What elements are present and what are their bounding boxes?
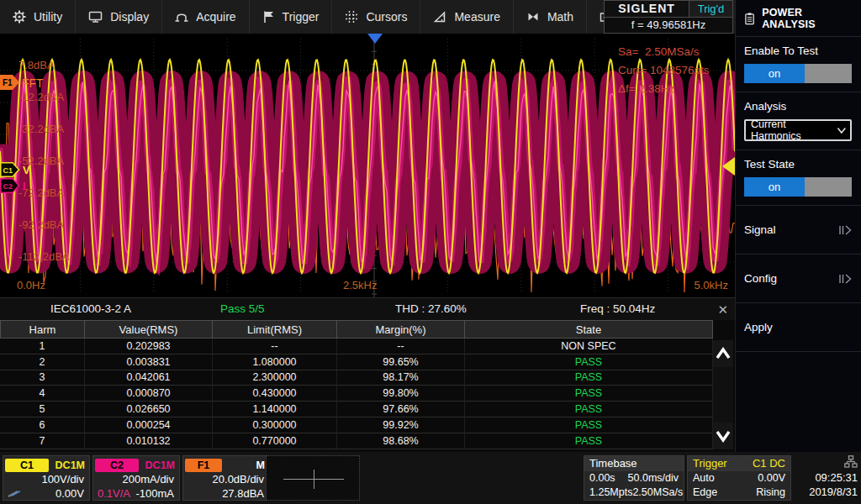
enable-to-test-section: Enable To Test on: [736, 37, 861, 92]
monitor-icon: [88, 10, 103, 24]
apply-menu-item[interactable]: Apply: [736, 303, 861, 352]
menu-acquire[interactable]: Acquire: [162, 0, 249, 34]
enable-to-test-toggle[interactable]: on: [744, 64, 852, 83]
x-axis-label-center: 2.5kHz: [343, 279, 377, 291]
close-icon[interactable]: ✕: [717, 302, 728, 318]
table-cell: --: [337, 339, 465, 354]
empty-channel-slot[interactable]: [266, 455, 360, 501]
table-row: 50.0266501.14000097.66%PASS: [0, 402, 713, 417]
channel-box-c1[interactable]: C1 DC1M 100V/div 0.00V: [3, 455, 90, 501]
menu-utility[interactable]: Utility: [0, 0, 76, 34]
menu-trigger-label: Trigger: [283, 10, 320, 24]
trigger-position-marker[interactable]: [367, 34, 383, 44]
column-header: Limit(RMS): [213, 320, 337, 339]
y-axis-label: -32.2dBA: [18, 123, 64, 135]
column-header: Margin(%): [337, 320, 465, 339]
timebase-scale: 50.0ms/div: [628, 471, 679, 486]
c2-probe-ratio: 0.1V/A: [93, 486, 130, 501]
sample-rate-annotation: Sa= 2.50MSa/s: [618, 45, 699, 58]
menu-display[interactable]: Display: [76, 0, 162, 34]
table-cell: 97.66%: [337, 402, 465, 417]
svg-text:C2: C2: [3, 182, 13, 191]
frequency-readout: f = 49.96581Hz: [604, 18, 733, 34]
analysis-label: Analysis: [744, 100, 853, 113]
waveform-display: Sa= 2.50MSa/s Curr= 1048576pts Δf= 2.38H…: [0, 34, 735, 297]
menu-measure[interactable]: Measure: [420, 0, 513, 34]
menu-cursors-label: Cursors: [366, 10, 407, 24]
trigger-source: C1 DC: [753, 457, 785, 471]
table-body: 10.202983----NON SPEC20.0038311.08000099…: [0, 339, 735, 449]
enable-to-test-label: Enable To Test: [744, 45, 853, 57]
toggle-on-segment: on: [744, 177, 805, 197]
f1-channel-marker[interactable]: F1: [0, 75, 20, 90]
c1-scale: 100V/div: [3, 472, 89, 486]
y-axis-label: -12.2dBA: [18, 91, 64, 103]
analysis-dropdown[interactable]: Current Harmonics: [744, 119, 852, 141]
trigger-mode: Auto: [693, 471, 715, 486]
table-cell: 0.300000: [213, 417, 337, 433]
y-axis-label: 7.8dBA: [18, 59, 55, 71]
signal-menu-item[interactable]: Signal: [736, 206, 861, 255]
scroll-down-button[interactable]: [713, 423, 733, 449]
c1-channel-marker[interactable]: C1: [0, 162, 20, 177]
menu-cursors[interactable]: Cursors: [332, 0, 420, 34]
column-header: State: [465, 320, 713, 339]
channel-box-c2[interactable]: C2 DC1M 200mA/div 0.1V/A -100mA: [92, 455, 180, 501]
table-row: 30.0420612.30000098.17%PASS: [0, 370, 713, 386]
menu-acquire-label: Acquire: [196, 10, 235, 24]
trigger-slope: Rising: [756, 486, 785, 500]
table-cell: 1: [0, 339, 85, 354]
chevron-down-icon: [837, 127, 847, 134]
table-cell: 0.026650: [85, 402, 213, 417]
table-cell: 0.000870: [85, 386, 213, 402]
svg-text:C1: C1: [3, 166, 13, 175]
table-cell: 4: [0, 386, 85, 402]
table-cell: PASS: [465, 370, 713, 386]
timebase-points: 1.25Mpts: [589, 486, 632, 500]
test-state-section: Test State on: [736, 150, 861, 206]
apply-label: Apply: [744, 321, 773, 333]
table-cell: PASS: [465, 433, 713, 449]
test-state-toggle[interactable]: on: [744, 177, 852, 197]
table-cell: 1.080000: [213, 354, 337, 370]
network-icon: [844, 455, 858, 468]
timebase-box[interactable]: Timebase 0.00s 50.0ms/div 1.25Mpts 2.50M…: [584, 455, 684, 501]
c2-channel-marker[interactable]: C2: [0, 178, 20, 193]
menu-math[interactable]: Math: [514, 0, 587, 34]
flag-icon: [262, 10, 275, 24]
clock-box: 09:25:31 2019/8/31: [795, 455, 858, 501]
freq-readout: Freq : 50.04Hz: [580, 302, 655, 315]
table-cell: PASS: [465, 354, 713, 370]
svg-text:F1: F1: [3, 78, 13, 87]
toggle-on-segment: on: [744, 64, 805, 83]
menu-math-label: Math: [547, 10, 573, 24]
harmonics-results-panel: IEC61000-3-2 A Pass 5/5 THD : 27.60% Fre…: [0, 297, 735, 452]
table-scrollbar[interactable]: [713, 340, 733, 449]
table-cell: --: [213, 339, 337, 354]
table-cell: PASS: [465, 417, 713, 433]
table-cell: 2: [0, 354, 85, 370]
trigger-status-badge: Trig'd: [689, 0, 733, 18]
config-menu-item[interactable]: Config: [736, 255, 861, 303]
scroll-up-button[interactable]: [713, 340, 733, 367]
table-cell: PASS: [465, 386, 713, 402]
trigger-level-marker[interactable]: [722, 157, 735, 176]
table-row: 10.202983----NON SPEC: [0, 339, 713, 354]
delta-f-annotation: Δf= 2.38Hz: [618, 82, 674, 95]
menu-trigger[interactable]: Trigger: [250, 0, 333, 34]
c2-unit-label: I: [23, 180, 26, 192]
config-label: Config: [744, 272, 777, 285]
results-title-row: IEC61000-3-2 A Pass 5/5 THD : 27.60% Fre…: [0, 298, 735, 320]
menu-measure-label: Measure: [454, 10, 499, 24]
c2-offset: -100mA: [135, 487, 174, 500]
analysis-dropdown-value: Current Harmonics: [751, 118, 837, 142]
y-axis-label: -112.2dBA: [18, 250, 69, 263]
f1-type: M: [256, 459, 265, 471]
c1-offset: 0.00V: [55, 487, 84, 500]
table-row: 20.0038311.08000099.65%PASS: [0, 354, 713, 370]
trigger-box[interactable]: Trigger C1 DC Auto 0.00V Edge Rising: [687, 455, 791, 501]
c1-unit-label: V: [23, 164, 30, 176]
table-row: 70.0101320.77000098.68%PASS: [0, 433, 713, 449]
channel-box-f1[interactable]: F1 M 20.0dB/div 27.8dBA: [182, 455, 270, 501]
table-cell: 5: [0, 402, 85, 417]
